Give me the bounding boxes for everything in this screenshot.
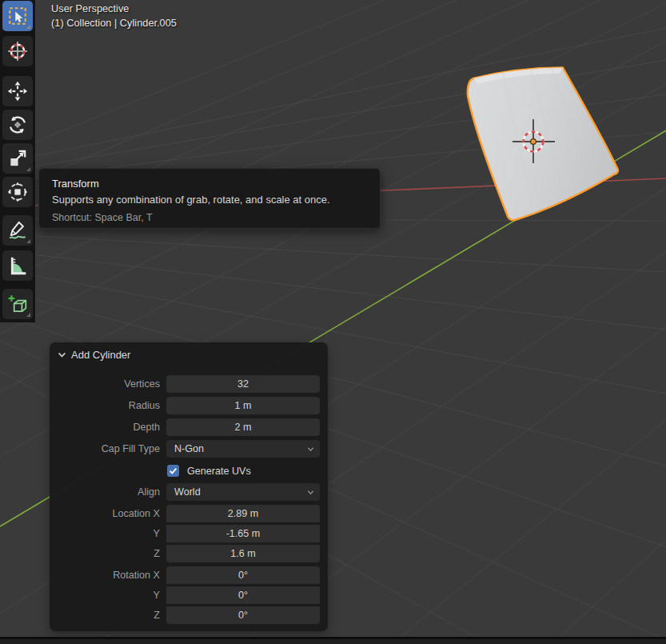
rotate-icon [7,114,28,135]
location-y-label: Y [50,525,160,542]
add-cube-icon [7,294,28,314]
depth-label: Depth [50,418,160,436]
cap-fill-type-label: Cap Fill Type [50,440,160,458]
object-origin [531,139,536,145]
grid-line [0,250,666,330]
generate-uvs-label: Generate UVs [187,465,251,478]
align-label: Align [50,483,160,501]
chevron-down-icon [307,446,314,453]
view-perspective-label: User Perspective [51,2,177,16]
chevron-down-icon [307,489,314,496]
tool-annotate[interactable] [2,215,33,246]
vertices-label: Vertices [50,375,160,393]
tooltip-title: Transform [52,178,367,190]
tool-column [0,0,35,322]
chevron-down-icon [58,350,66,359]
measure-icon [7,255,28,276]
tool-transform[interactable] [2,177,33,207]
tooltip-description: Supports any combination of grab, rotate… [52,194,367,206]
tool-cursor[interactable] [2,36,33,66]
move-icon [7,81,28,102]
location-x-field[interactable]: 2.89 m [166,505,320,522]
location-y-field[interactable]: -1.65 m [166,525,320,542]
tooltip-transform: Transform Supports any combination of gr… [38,168,381,229]
tool-rotate[interactable] [2,110,33,140]
subtool-indicator [26,25,30,29]
depth-field[interactable]: 2 m [166,418,320,436]
blender-3d-viewport-window: User Perspective (1) Collection | Cylind… [0,0,666,644]
rotation-z-label: Z [50,606,160,624]
breadcrumb: (1) Collection | Cylinder.005 [51,17,177,30]
location-x-label: Location X [50,505,160,522]
grid-line [0,234,666,273]
generate-uvs-checkbox[interactable] [167,465,179,477]
operator-panel-title: Add Cylinder [71,349,130,361]
rotation-x-field[interactable]: 0° [166,566,320,584]
transform-icon [7,182,28,202]
operator-panel-add-cylinder: Add Cylinder Vertices 32 Radius 1 m Dept… [50,342,328,631]
align-dropdown[interactable]: World [166,483,320,501]
cap-fill-type-dropdown[interactable]: N-Gon [166,440,320,458]
viewport-header: User Perspective (1) Collection | Cylind… [51,2,177,30]
tool-select-box[interactable] [2,1,33,31]
tool-move[interactable] [2,76,33,106]
radius-label: Radius [50,397,160,414]
scale-icon [7,148,28,169]
tooltip-shortcut: Shortcut: Space Bar, T [52,212,367,223]
align-value: World [174,486,201,498]
location-z-label: Z [50,545,160,562]
rotation-y-field[interactable]: 0° [166,586,320,604]
select-box-icon [7,6,28,26]
tool-add-cube[interactable] [2,289,33,319]
subtool-indicator [26,239,30,243]
rotation-y-label: Y [50,586,160,604]
rotation-z-field[interactable]: 0° [166,606,320,624]
radius-field[interactable]: 1 m [166,397,320,414]
cap-fill-type-value: N-Gon [174,443,204,454]
operator-panel-header[interactable]: Add Cylinder [58,349,130,361]
vertices-field[interactable]: 32 [166,375,320,393]
location-z-field[interactable]: 1.6 m [166,545,320,562]
tool-scale[interactable] [2,143,33,174]
bottom-editor-divider[interactable] [0,637,666,644]
checkmark-icon [169,466,177,475]
annotate-icon [7,220,28,241]
subtool-indicator [26,167,30,171]
subtool-indicator [26,313,30,317]
tool-measure[interactable] [2,250,33,281]
cursor-3d-icon [7,41,28,62]
rotation-x-label: Rotation X [50,566,160,584]
